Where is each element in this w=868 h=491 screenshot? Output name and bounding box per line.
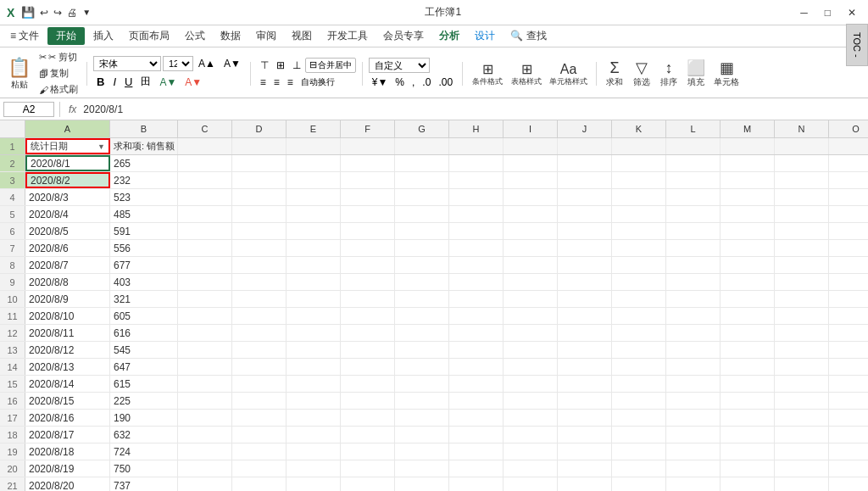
row-num-13[interactable]: 13 — [0, 342, 25, 358]
increase-font-button[interactable]: A▲ — [195, 56, 219, 71]
cell-B11[interactable]: 605 — [110, 308, 178, 324]
row-num-1[interactable]: 1 — [0, 138, 25, 154]
cell-A12[interactable]: 2020/8/11 — [25, 325, 110, 341]
col-header-I[interactable]: I — [504, 120, 558, 137]
row-num-4[interactable]: 4 — [0, 189, 25, 205]
cell-A8[interactable]: 2020/8/7 — [25, 257, 110, 273]
quick-access-print[interactable]: 🖨 — [67, 7, 77, 19]
cell-A18[interactable]: 2020/8/17 — [25, 427, 110, 443]
row-num-9[interactable]: 9 — [0, 274, 25, 290]
decimal-dec-button[interactable]: .00 — [435, 75, 456, 90]
col-header-D[interactable]: D — [232, 120, 287, 137]
col-header-J[interactable]: J — [558, 120, 612, 137]
currency-button[interactable]: ¥▼ — [369, 75, 392, 90]
col-header-H[interactable]: H — [449, 120, 504, 137]
cell-button[interactable]: ▦ 单元格 — [711, 58, 742, 90]
cell-A19[interactable]: 2020/8/18 — [25, 444, 110, 460]
cell-B5[interactable]: 485 — [110, 206, 178, 222]
cell-B3[interactable]: 232 — [110, 172, 178, 188]
menu-developer[interactable]: 开发工具 — [320, 27, 375, 45]
fill-button[interactable]: ⬜ 填充 — [684, 58, 708, 90]
row-num-19[interactable]: 19 — [0, 444, 25, 460]
cell-A21[interactable]: 2020/8/20 — [25, 477, 110, 491]
cell-A5[interactable]: 2020/8/4 — [25, 206, 110, 222]
col-header-E[interactable]: E — [287, 120, 341, 137]
cell-A7[interactable]: 2020/8/6 — [25, 240, 110, 256]
row-num-16[interactable]: 16 — [0, 393, 25, 409]
cell-B13[interactable]: 545 — [110, 342, 178, 358]
formula-input[interactable] — [83, 103, 865, 115]
cell-A13[interactable]: 2020/8/12 — [25, 342, 110, 358]
menu-insert[interactable]: 插入 — [86, 27, 120, 45]
wrap-text-button[interactable]: 自动换行 — [298, 75, 338, 90]
align-right-button[interactable]: ≡ — [284, 75, 297, 90]
format-painter-button[interactable]: 🖌 格式刷 — [36, 82, 81, 97]
cell-A16[interactable]: 2020/8/15 — [25, 393, 110, 409]
paste-button[interactable]: 📋 粘贴 — [5, 55, 33, 91]
decrease-font-button[interactable]: A▼ — [220, 56, 244, 71]
cell-A9[interactable]: 2020/8/8 — [25, 274, 110, 290]
quick-access-undo[interactable]: ↩ — [40, 7, 48, 19]
menu-view[interactable]: 视图 — [285, 27, 319, 45]
menu-file[interactable]: ≡ 文件 — [3, 27, 46, 45]
window-close[interactable]: ✕ — [843, 7, 861, 19]
cell-B14[interactable]: 647 — [110, 359, 178, 375]
row-num-17[interactable]: 17 — [0, 410, 25, 426]
menu-review[interactable]: 审阅 — [249, 27, 283, 45]
col-header-G[interactable]: G — [395, 120, 449, 137]
row-num-12[interactable]: 12 — [0, 325, 25, 341]
align-top-button[interactable]: ⊤ — [257, 58, 272, 73]
percent-button[interactable]: % — [392, 75, 408, 90]
cell-B9[interactable]: 403 — [110, 274, 178, 290]
cell-A10[interactable]: 2020/8/9 — [25, 291, 110, 307]
toc-button[interactable]: TOC - — [846, 24, 868, 66]
row-num-3[interactable]: 3 — [0, 172, 25, 188]
decimal-inc-button[interactable]: .0 — [419, 75, 434, 90]
copy-button[interactable]: 🗐 复制 — [36, 66, 81, 81]
cell-B18[interactable]: 632 — [110, 427, 178, 443]
row-num-21[interactable]: 21 — [0, 477, 25, 491]
window-minimize[interactable]: ─ — [795, 7, 813, 19]
bold-button[interactable]: B — [93, 74, 108, 90]
underline-button[interactable]: U — [121, 74, 136, 90]
cell-A20[interactable]: 2020/8/19 — [25, 460, 110, 477]
col-header-L[interactable]: L — [666, 120, 721, 137]
align-left-button[interactable]: ≡ — [257, 75, 270, 90]
quick-access-redo[interactable]: ↪ — [53, 7, 62, 19]
cell-A4[interactable]: 2020/8/3 — [25, 189, 110, 205]
cell-B6[interactable]: 591 — [110, 223, 178, 239]
row-num-8[interactable]: 8 — [0, 257, 25, 273]
row-num-7[interactable]: 7 — [0, 240, 25, 256]
col-header-O[interactable]: O — [829, 120, 868, 137]
font-size-select[interactable]: 12 — [163, 56, 193, 71]
cell-B16[interactable]: 225 — [110, 393, 178, 409]
cell-A11[interactable]: 2020/8/10 — [25, 308, 110, 324]
col-header-A[interactable]: A — [25, 120, 110, 137]
align-center-button[interactable]: ≡ — [270, 75, 283, 90]
cell-A6[interactable]: 2020/8/5 — [25, 223, 110, 239]
table-style-button[interactable]: ⊞ 表格样式 — [508, 59, 545, 88]
number-format-select[interactable]: 自定义 — [369, 58, 430, 73]
cell-B10[interactable]: 321 — [110, 291, 178, 307]
align-bottom-button[interactable]: ⊥ — [289, 58, 304, 73]
conditional-format-button[interactable]: ⊞ 条件格式 — [469, 59, 506, 88]
menu-design[interactable]: 设计 — [468, 27, 502, 45]
italic-button[interactable]: I — [109, 74, 120, 90]
cell-A15[interactable]: 2020/8/14 — [25, 376, 110, 392]
row-num-20[interactable]: 20 — [0, 460, 25, 477]
cell-B12[interactable]: 616 — [110, 325, 178, 341]
row-num-14[interactable]: 14 — [0, 359, 25, 375]
cell-A17[interactable]: 2020/8/16 — [25, 410, 110, 426]
cell-A2[interactable]: 2020/8/1 — [25, 155, 110, 171]
col-header-B[interactable]: B — [110, 120, 178, 137]
sum-button[interactable]: Σ 求和 — [603, 58, 626, 90]
col-header-K[interactable]: K — [612, 120, 666, 137]
col-header-N[interactable]: N — [775, 120, 829, 137]
menu-search[interactable]: 🔍 查找 — [504, 27, 553, 45]
row-num-6[interactable]: 6 — [0, 223, 25, 239]
row-num-15[interactable]: 15 — [0, 376, 25, 392]
filter-button[interactable]: ▽ 筛选 — [630, 58, 654, 90]
cut-button[interactable]: ✂ ✂ 剪切 — [36, 50, 81, 64]
menu-formula[interactable]: 公式 — [178, 27, 212, 45]
window-maximize[interactable]: □ — [820, 7, 836, 19]
